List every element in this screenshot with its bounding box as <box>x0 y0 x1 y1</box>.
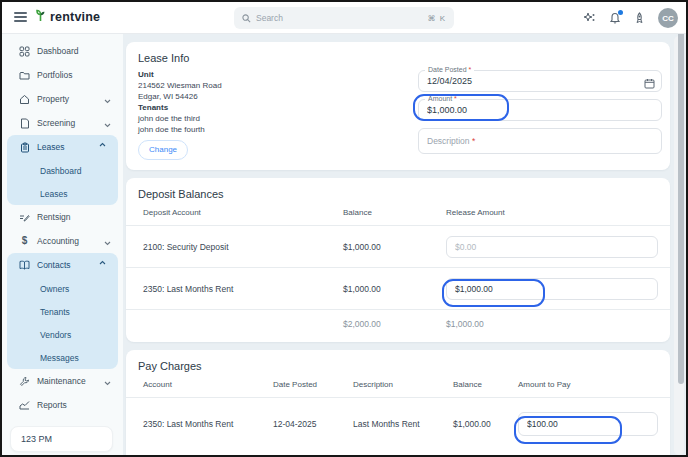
deposit-balances-title: Deposit Balances <box>126 178 670 200</box>
total-balance: $2,000.00 <box>338 319 441 329</box>
rentvine-logo[interactable]: rentvine <box>35 8 100 26</box>
column-header: Deposit Account <box>138 208 338 217</box>
sidebar-item-screening[interactable]: Screening <box>2 111 123 135</box>
sidebar-item-label: Leases <box>37 142 64 152</box>
lease-info-card: Lease Info Unit 214562 Wiesman Road Edga… <box>126 42 670 170</box>
sidebar-clock: 123 PM <box>10 426 113 452</box>
deposit-balance: $1,000.00 <box>338 284 441 294</box>
deposit-balances-card: Deposit Balances Deposit Account Balance… <box>126 178 670 342</box>
sidebar-subitem-messages[interactable]: Messages <box>7 346 118 369</box>
top-bar: rentvine ⌘ K CC <box>2 2 686 34</box>
chevron-up-icon <box>99 256 106 274</box>
column-header: Balance <box>448 380 513 389</box>
chart-icon <box>19 400 30 410</box>
amount-field[interactable]: Amount * <box>418 99 662 121</box>
global-search[interactable]: ⌘ K <box>234 7 454 29</box>
sidebar: Dashboard Portfolios Property Screening … <box>2 34 123 457</box>
tenants-label: Tenants <box>138 102 222 113</box>
amount-to-pay-input[interactable] <box>518 412 658 436</box>
sidebar-item-label: Contacts <box>37 260 71 270</box>
lease-info-title: Lease Info <box>126 42 670 64</box>
app-window: rentvine ⌘ K CC <box>0 0 688 457</box>
deposit-account: 2100: Security Deposit <box>138 242 338 252</box>
sidebar-item-portfolios[interactable]: Portfolios <box>2 63 123 87</box>
menu-icon[interactable] <box>14 12 27 23</box>
description-input[interactable]: Description * <box>418 128 662 154</box>
sidebar-subitem-vendors[interactable]: Vendors <box>7 323 118 346</box>
column-header: Balance <box>338 208 441 217</box>
pay-charges-header: Account Date Posted Description Balance … <box>126 372 670 398</box>
notifications-bell-icon[interactable] <box>609 12 621 25</box>
column-header: Release Amount <box>441 208 658 217</box>
sidebar-group-contacts: Contacts Owners Tenants Vendors Messages <box>7 253 118 369</box>
ai-sparkle-icon[interactable] <box>583 12 596 25</box>
sidebar-item-maintenance[interactable]: Maintenance <box>2 369 123 393</box>
deposit-table-header: Deposit Account Balance Release Amount <box>126 200 670 226</box>
column-header: Date Posted <box>268 380 348 389</box>
sidebar-item-label: Screening <box>37 118 75 128</box>
sidebar-subitem-owners[interactable]: Owners <box>7 277 118 300</box>
charge-description: Last Months Rent <box>348 419 448 429</box>
release-amount-input[interactable] <box>446 236 658 258</box>
search-icon <box>242 9 251 27</box>
document-icon <box>19 118 30 129</box>
unit-address-line2: Edgar, WI 54426 <box>138 91 222 102</box>
search-input[interactable] <box>256 13 427 23</box>
deposit-table-totals: $2,000.00 $1,000.00 <box>126 310 670 337</box>
total-release: $1,000.00 <box>441 319 658 329</box>
scrollbar-thumb[interactable] <box>678 12 684 384</box>
sidebar-subitem-leases-leases[interactable]: Leases <box>7 182 118 205</box>
sidebar-item-leases[interactable]: Leases <box>7 135 118 159</box>
chevron-down-icon <box>104 114 111 132</box>
dashboard-grid-icon <box>19 46 30 57</box>
deposit-account: 2350: Last Months Rent <box>138 284 338 294</box>
amount-label: Amount <box>428 95 452 102</box>
sidebar-subitem-leases-dashboard[interactable]: Dashboard <box>7 159 118 182</box>
date-posted-field[interactable]: Date Posted * <box>418 70 662 92</box>
date-posted-label: Date Posted <box>428 66 467 73</box>
unit-address-line1: 214562 Wiesman Road <box>138 80 222 91</box>
tenant-name: john doe the third <box>138 113 222 124</box>
sidebar-item-contacts[interactable]: Contacts <box>7 253 118 277</box>
unit-label: Unit <box>138 69 222 80</box>
sidebar-item-label: Accounting <box>37 236 79 246</box>
sidebar-group-leases: Leases Dashboard Leases <box>7 135 118 205</box>
deposit-table-row: 2100: Security Deposit $1,000.00 <box>126 226 670 268</box>
column-header: Description <box>348 380 448 389</box>
sidebar-item-property[interactable]: Property <box>2 87 123 111</box>
home-icon <box>19 94 30 105</box>
column-header: Account <box>138 380 268 389</box>
sidebar-subitem-tenants[interactable]: Tenants <box>7 300 118 323</box>
signature-icon <box>19 212 30 223</box>
folder-icon <box>19 70 30 81</box>
pay-charges-title: Pay Charges <box>126 350 670 372</box>
user-avatar[interactable]: CC <box>658 8 678 28</box>
chevron-down-icon <box>104 90 111 108</box>
sidebar-item-label: Property <box>37 94 69 104</box>
wrench-icon <box>19 376 30 387</box>
calendar-icon[interactable] <box>644 75 655 93</box>
pay-charges-card: Pay Charges Account Date Posted Descript… <box>126 350 670 457</box>
logo-text: rentvine <box>50 10 100 24</box>
pay-charges-row: 2350: Last Months Rent 12-04-2025 Last M… <box>126 398 670 450</box>
search-shortcut: ⌘ K <box>427 14 446 23</box>
sidebar-item-label: Reports <box>37 400 67 410</box>
sidebar-item-label: Dashboard <box>37 46 79 56</box>
change-button[interactable]: Change <box>138 140 188 160</box>
sidebar-item-dashboard[interactable]: Dashboard <box>2 39 123 63</box>
notification-badge <box>618 10 623 15</box>
sidebar-item-rentsign[interactable]: Rentsign <box>2 205 123 229</box>
dollar-icon: $ <box>19 236 30 246</box>
whats-new-rocket-icon[interactable] <box>634 12 645 25</box>
sidebar-item-reports[interactable]: Reports <box>2 393 123 417</box>
sidebar-item-accounting[interactable]: $ Accounting <box>2 229 123 253</box>
release-amount-input[interactable] <box>446 278 658 300</box>
sprout-icon <box>35 8 47 26</box>
charge-date-posted: 12-04-2025 <box>268 419 348 429</box>
sidebar-item-label: Maintenance <box>37 376 86 386</box>
charge-account: 2350: Last Months Rent <box>138 419 268 429</box>
tenant-name: john doe the fourth <box>138 124 222 135</box>
chevron-up-icon <box>99 138 106 156</box>
main-content: Lease Info Unit 214562 Wiesman Road Edga… <box>123 34 688 457</box>
clipboard-icon <box>19 142 30 153</box>
